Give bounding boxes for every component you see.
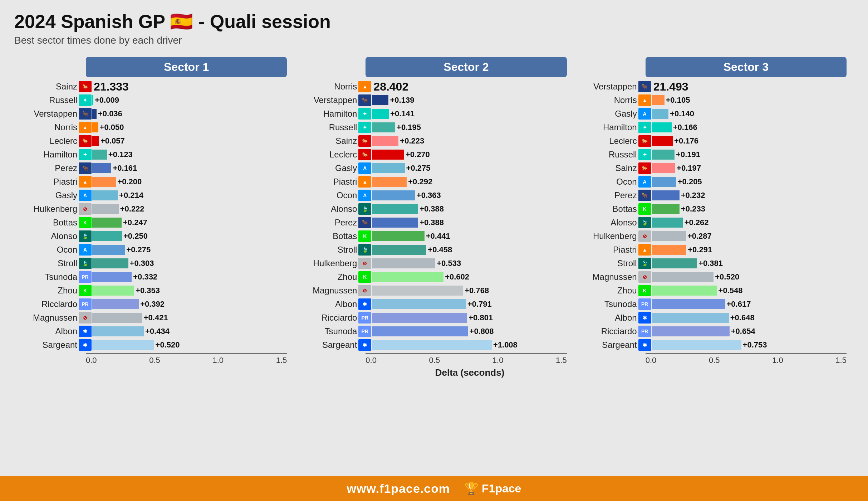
table-row: Sainz🐎+0.197 [574, 162, 854, 175]
table-row: RicciardoPR+0.801 [294, 311, 574, 324]
bar-area: +0.105 [652, 94, 854, 107]
delta-bar [92, 299, 139, 309]
delta-label: +0.791 [467, 300, 492, 309]
delta-label: +0.250 [123, 232, 148, 241]
bar-area: +0.195 [372, 121, 574, 134]
team-logo: ✦ [79, 94, 92, 106]
bar-area: +0.050 [92, 121, 294, 134]
bar-area: +0.232 [652, 189, 854, 202]
x-tick: 0.0 [86, 356, 97, 365]
driver-name: Norris [14, 122, 79, 132]
delta-label: +0.141 [390, 109, 415, 118]
delta-bar [372, 313, 467, 323]
driver-name: Leclerc [574, 136, 638, 146]
table-row: Perez🐂+0.232 [574, 189, 854, 202]
delta-bar [92, 136, 99, 146]
team-logo: 🐂 [358, 217, 371, 228]
driver-name: Russell [294, 122, 358, 132]
team-logo: K [79, 285, 92, 296]
team-logo: ✱ [638, 339, 651, 351]
bar-area: +0.753 [652, 339, 854, 351]
delta-label: +1.008 [493, 340, 518, 350]
bar-area: +0.381 [652, 257, 854, 270]
driver-name: Sargeant [14, 340, 79, 350]
table-row: GaslyA+0.214 [14, 189, 294, 202]
delta-label: +0.105 [666, 96, 690, 105]
delta-bar [372, 122, 395, 132]
bar-area: +0.140 [652, 107, 854, 120]
table-row: BottasK+0.441 [294, 230, 574, 243]
bar-area: +0.392 [92, 298, 294, 311]
delta-label: +0.388 [420, 204, 444, 214]
table-row: BottasK+0.247 [14, 216, 294, 229]
driver-name: Ricciardo [294, 313, 358, 323]
delta-bar [92, 326, 144, 336]
bar-area: 21.333 [92, 80, 294, 93]
delta-bar [652, 218, 683, 228]
driver-name: Albon [14, 326, 79, 336]
delta-bar [652, 190, 680, 200]
bar-area: +0.166 [652, 121, 854, 134]
x-tick: 0.0 [646, 356, 657, 365]
x-tick: 0.5 [149, 356, 160, 365]
delta-bar [372, 218, 418, 228]
table-row: Verstappen🐂21.493 [574, 80, 854, 93]
bar-area: +0.250 [92, 230, 294, 243]
delta-bar [652, 258, 697, 268]
delta-label: +0.768 [465, 286, 489, 295]
table-row: OconA+0.363 [294, 189, 574, 202]
delta-label: +0.270 [406, 150, 430, 159]
driver-name: Magnussen [574, 272, 638, 282]
table-row: Magnussen⊘+0.421 [14, 311, 294, 324]
driver-name: Ricciardo [14, 299, 79, 309]
team-logo: PR [638, 298, 651, 310]
delta-label: +0.753 [743, 340, 767, 350]
team-logo: ✱ [358, 298, 371, 310]
driver-name: Sainz [14, 82, 79, 92]
sector-header-3: Sector 3 [646, 57, 847, 77]
team-logo: 🍃 [79, 258, 92, 269]
x-axis-label: Delta (seconds) [366, 367, 574, 378]
bar-area: +0.434 [92, 325, 294, 338]
driver-name: Bottas [14, 218, 79, 228]
team-logo: ▲ [638, 244, 651, 256]
table-row: GaslyA+0.275 [294, 162, 574, 175]
best-time-label: 21.493 [653, 80, 688, 93]
bar-area: +0.275 [372, 162, 574, 175]
table-row: Leclerc🐎+0.057 [14, 135, 294, 147]
driver-name: Ocon [574, 177, 638, 187]
x-tick: 1.0 [492, 356, 504, 365]
table-row: Alonso🍃+0.262 [574, 216, 854, 229]
table-row: Sainz🐎21.333 [14, 80, 294, 93]
delta-label: +0.287 [687, 232, 712, 241]
team-logo: 🐂 [358, 94, 371, 106]
bar-area: +0.353 [92, 284, 294, 297]
delta-bar [652, 340, 741, 350]
bar-area: +0.247 [92, 216, 294, 229]
team-logo: 🐎 [638, 162, 651, 174]
table-row: ZhouK+0.548 [574, 284, 854, 297]
driver-name: Russell [574, 150, 638, 160]
sector-chart-3: Sector 3Verstappen🐂21.493Norris▲+0.105Ga… [574, 57, 854, 378]
team-logo: ▲ [79, 176, 92, 188]
delta-label: +0.388 [420, 218, 444, 227]
team-logo: ▲ [358, 176, 371, 188]
team-logo: ⊘ [358, 258, 371, 269]
driver-name: Albon [294, 299, 358, 309]
sector-header-2: Sector 2 [366, 57, 567, 77]
bar-area: 28.402 [372, 80, 574, 93]
driver-name: Bottas [574, 204, 638, 214]
delta-bar [92, 190, 118, 200]
delta-label: +0.602 [445, 272, 469, 282]
team-logo: K [358, 230, 371, 242]
table-row: Stroll🍃+0.381 [574, 257, 854, 270]
delta-label: +0.363 [417, 191, 441, 200]
bar-area: +0.205 [652, 175, 854, 188]
chart-area-2: Norris▲28.402Verstappen🐂+0.139Hamilton✦+… [294, 80, 574, 351]
driver-name: Stroll [294, 245, 358, 255]
driver-name: Russell [14, 95, 79, 105]
delta-bar [92, 122, 98, 132]
team-logo: ▲ [638, 94, 651, 106]
driver-name: Ricciardo [574, 326, 638, 336]
table-row: TsunodaPR+0.808 [294, 325, 574, 338]
